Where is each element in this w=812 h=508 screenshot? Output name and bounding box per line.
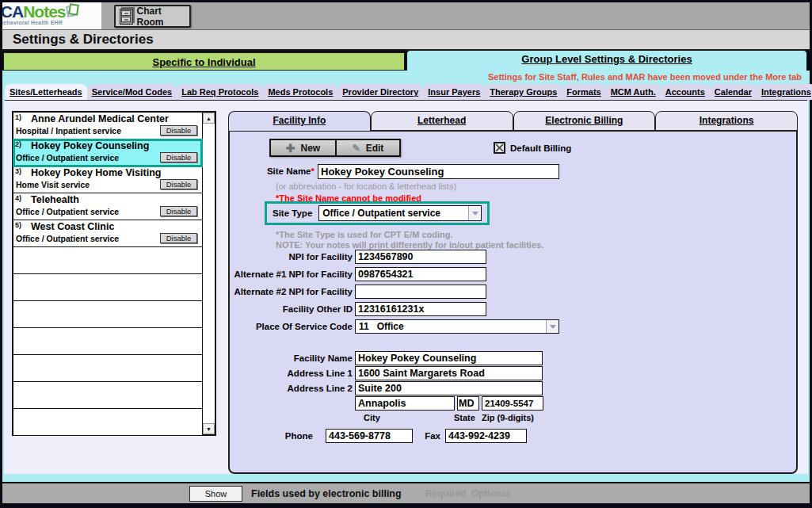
group-settings-content: Settings for Site Staff, Rules and MAR h… (2, 71, 810, 482)
subtab-accounts[interactable]: Accounts (661, 84, 710, 100)
disable-button[interactable]: Disable (160, 125, 197, 136)
site-type-dropdown[interactable]: Office / Outpatient service (318, 205, 482, 221)
site-list-item-2-selected[interactable]: 2)Hokey Pokey Counseling Office / Outpat… (13, 139, 202, 166)
site-list-item-5[interactable]: 5)West Coast Clinic Office / Outpatient … (13, 220, 202, 247)
subtab-lab-req-protocols[interactable]: Lab Req Protocols (177, 84, 263, 100)
new-edit-button-group: ✚New ✎Edit (269, 139, 401, 157)
disable-button[interactable]: Disable (160, 233, 197, 243)
scroll-up-arrow[interactable]: ▲ (203, 113, 215, 124)
pos-code-dropdown[interactable]: 11 Office (355, 319, 559, 334)
empty-site-row[interactable] (13, 355, 202, 382)
site-list-item-1[interactable]: 1)Anne Arundel Medical Center Hospital /… (13, 113, 202, 139)
city-input[interactable] (355, 396, 455, 411)
tab-facility-info[interactable]: Facility Info (228, 111, 371, 131)
subtab-sites-letterheads[interactable]: Sites/Letterheads (5, 84, 87, 100)
subtab-formats[interactable]: Formats (562, 84, 605, 100)
tab-group-level-settings-label: Group Level Settings & Directories (521, 53, 692, 65)
title-bar: Settings & Directories (2, 30, 810, 51)
phone-input[interactable] (326, 429, 413, 443)
tab-integrations[interactable]: Integrations (655, 111, 798, 131)
site-list-item-3[interactable]: 3)Hokey Pokey Home Visiting Home Visit s… (13, 166, 202, 193)
site-type-hint-2: NOTE: Your notes will print differently … (276, 240, 543, 250)
edit-button[interactable]: ✎Edit (335, 140, 399, 155)
site-type-hint-1: *The Site Type is used for CPT E/M codin… (276, 230, 453, 239)
subtab-insur-payers[interactable]: Insur Payers (423, 84, 485, 100)
disable-button[interactable]: Disable (160, 152, 197, 162)
bottom-bar: Show Fields used by electronic billing R… (2, 482, 810, 503)
site-type-highlight-box: Site Type Office / Outpatient service (265, 201, 490, 225)
new-button[interactable]: ✚New (271, 140, 335, 155)
address1-label: Address Line 1 (230, 369, 353, 378)
site-name: Anne Arundel Medical Center (31, 113, 169, 124)
subtab-integrations[interactable]: Integrations (757, 84, 812, 100)
tab-specific-to-individual[interactable]: Specific to Individual (3, 52, 405, 71)
chevron-down-icon[interactable] (468, 206, 481, 220)
empty-site-row[interactable] (13, 382, 202, 409)
subtab-meds-protocols[interactable]: Meds Protocols (263, 84, 337, 100)
moved-settings-notice: Settings for Site Staff, Rules and MAR h… (488, 72, 802, 82)
alt1-npi-label: Alternate #1 NPI for Facility (230, 269, 353, 279)
alt1-npi-input[interactable] (355, 267, 486, 281)
site-service: Office / Outpatient service (16, 153, 119, 162)
empty-site-row[interactable] (13, 328, 202, 355)
edit-button-label: Edit (366, 143, 384, 154)
site-service: Office / Outpatient service (16, 207, 119, 216)
disable-button[interactable]: Disable (160, 179, 197, 189)
state-input[interactable] (457, 396, 479, 411)
documents-icon (67, 4, 79, 17)
npi-input[interactable] (355, 250, 486, 264)
optional-legend: Optional (471, 488, 510, 499)
site-service: Home Visit service (16, 180, 90, 189)
default-billing-checkbox[interactable] (494, 142, 505, 154)
site-number: 3) (15, 167, 21, 175)
billing-fields-caption: Fields used by electronic billing (251, 488, 402, 499)
show-button[interactable]: Show (189, 486, 242, 502)
subtab-provider-directory[interactable]: Provider Directory (337, 84, 423, 100)
logo-tagline: Behavioral Health EHR (2, 20, 100, 25)
chart-room-button[interactable]: Chart Room (114, 5, 191, 28)
tab-specific-to-individual-label: Specific to Individual (152, 56, 255, 68)
zip-input[interactable] (482, 396, 543, 411)
required-legend: Required (425, 488, 467, 499)
app-window: ICANotes Behavioral Health EHR Chart Roo… (0, 0, 812, 508)
subtab-mcm-auth[interactable]: MCM Auth. (606, 84, 661, 100)
site-type-value: Office / Outpatient service (319, 208, 468, 219)
tab-group-level-settings[interactable]: Group Level Settings & Directories (406, 50, 807, 71)
address2-label: Address Line 2 (230, 384, 353, 393)
plus-icon: ✚ (286, 144, 295, 152)
address1-input[interactable] (355, 366, 543, 380)
site-list-item-4[interactable]: 4)Telehealth Office / Outpatient service… (13, 193, 202, 220)
page-title: Settings & Directories (13, 32, 154, 48)
chevron-down-icon[interactable] (546, 320, 558, 333)
subtab-calendar[interactable]: Calendar (710, 84, 757, 100)
alt2-npi-input[interactable] (355, 285, 486, 299)
other-id-input[interactable] (355, 302, 486, 316)
empty-site-row[interactable] (13, 274, 202, 301)
site-number: 5) (15, 221, 21, 229)
pos-code-value: 11 Office (356, 321, 546, 332)
checkbox-x-icon (495, 143, 504, 152)
fax-input[interactable] (445, 429, 527, 443)
facility-info-panel: ✚New ✎Edit Default Billing Site Name* (o… (228, 130, 798, 474)
facility-name-input[interactable] (355, 351, 543, 365)
top-bar: ICANotes Behavioral Health EHR Chart Roo… (2, 2, 810, 30)
site-name: Hokey Pokey Counseling (31, 140, 149, 151)
empty-site-row[interactable] (13, 409, 202, 436)
pencil-icon: ✎ (353, 143, 360, 154)
tab-electronic-billing[interactable]: Electronic Billing (513, 111, 656, 131)
other-id-label: Facility Other ID (230, 304, 353, 314)
empty-site-row[interactable] (13, 247, 202, 274)
site-name-input[interactable] (318, 164, 559, 179)
site-list-scrollbar[interactable]: ▲ ▼ (202, 113, 215, 434)
subtab-service-mod-codes[interactable]: Service/Mod Codes (87, 84, 177, 100)
empty-site-row[interactable] (13, 301, 202, 328)
site-number: 4) (15, 194, 21, 202)
site-number: 2) (15, 140, 21, 148)
scroll-down-arrow[interactable]: ▼ (203, 423, 215, 434)
disable-button[interactable]: Disable (160, 206, 197, 216)
subtab-therapy-groups[interactable]: Therapy Groups (485, 84, 562, 100)
tab-letterhead[interactable]: Letterhead (371, 111, 513, 131)
npi-label: NPI for Facility (230, 252, 353, 262)
address2-input[interactable] (355, 381, 543, 395)
sites-letterheads-page: 1)Anne Arundel Medical Center Hospital /… (4, 101, 808, 474)
